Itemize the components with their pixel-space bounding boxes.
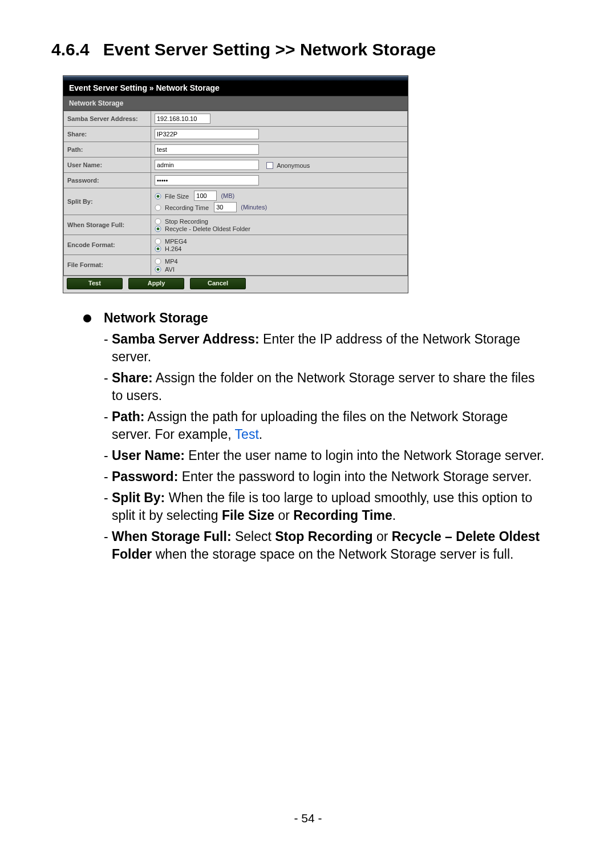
anonymous-label: Anonymous <box>277 162 310 169</box>
section-heading: 4.6.4Event Server Setting >> Network Sto… <box>51 40 565 59</box>
dash-icon: - <box>104 468 112 486</box>
doc-item-label: Samba Server Address: <box>112 332 260 346</box>
test-button[interactable]: Test <box>67 278 123 289</box>
label-storage-full: When Storage Full: <box>64 215 151 235</box>
svg-point-10 <box>155 259 161 264</box>
share-input[interactable] <box>155 129 259 139</box>
doc-item-label: Password: <box>112 469 178 484</box>
dash-icon: - <box>104 447 112 465</box>
button-bar: Test Apply Cancel <box>63 276 408 293</box>
doc-item-label: When Storage Full: <box>112 529 232 544</box>
label-samba: Samba Server Address: <box>64 111 151 127</box>
dash-icon: - <box>104 330 112 366</box>
apply-button[interactable]: Apply <box>128 278 184 289</box>
doc-item: -Password: Enter the password to login i… <box>104 468 549 486</box>
doc-bold: Stop Recording <box>275 529 372 544</box>
doc-item: -When Storage Full: Select Stop Recordin… <box>104 528 549 563</box>
settings-table: Samba Server Address: Share: Path: User … <box>63 111 408 276</box>
svg-point-12 <box>157 268 160 270</box>
label-path: Path: <box>64 142 151 158</box>
split-file-size-label: File Size <box>165 193 189 200</box>
doc-item-body: User Name: Enter the user name to login … <box>112 447 549 465</box>
svg-rect-0 <box>267 163 273 169</box>
doc-item: -Split By: When the file is too large to… <box>104 489 549 524</box>
doc-item-label: Share: <box>112 370 153 385</box>
doc-item-body: When Storage Full: Select Stop Recording… <box>112 528 549 563</box>
row-samba: Samba Server Address: <box>64 111 408 127</box>
encode-h264-label: H.264 <box>165 245 181 252</box>
doc-item-body: Path: Assign the path for uploading the … <box>112 408 549 443</box>
doc-item-body: Split By: When the file is too large to … <box>112 489 549 524</box>
split-recording-time-input[interactable] <box>214 202 237 212</box>
path-input[interactable] <box>155 144 259 155</box>
split-file-size-unit: (MB) <box>221 192 234 199</box>
encode-mpeg4-label: MPEG4 <box>165 238 187 245</box>
row-path: Path: <box>64 142 408 158</box>
encode-h264-radio[interactable] <box>155 245 161 252</box>
dash-icon: - <box>104 528 112 563</box>
row-share: Share: <box>64 127 408 142</box>
doc-bold: Recording Time <box>293 508 392 523</box>
label-share: Share: <box>64 127 151 142</box>
encode-mpeg4-radio[interactable] <box>155 238 161 245</box>
filefmt-mp4-radio[interactable] <box>155 258 161 265</box>
svg-point-9 <box>157 248 160 251</box>
svg-point-2 <box>157 195 160 198</box>
doc-bold: File Size <box>222 508 274 523</box>
split-file-size-input[interactable] <box>194 191 217 201</box>
cancel-button[interactable]: Cancel <box>190 278 246 289</box>
window-titlebar <box>63 76 408 80</box>
svg-point-3 <box>155 205 161 211</box>
section-number: 4.6.4 <box>51 40 90 59</box>
doc-item-body: Share: Assign the folder on the Network … <box>112 369 549 405</box>
row-split-by: Split By: File Size (MB) Re <box>64 188 408 215</box>
row-username: User Name: Anonymous <box>64 158 408 173</box>
samba-address-input[interactable] <box>155 114 210 124</box>
stop-recording-radio[interactable] <box>155 218 161 225</box>
doc-item-label: Split By: <box>112 490 165 505</box>
doc-link[interactable]: Test <box>235 427 259 442</box>
recycle-label: Recycle - Delete Oldest Folder <box>165 225 250 232</box>
bullet-icon <box>83 314 91 322</box>
label-file-format: File Format: <box>64 255 151 275</box>
doc-item: -User Name: Enter the user name to login… <box>104 447 549 465</box>
filefmt-avi-label: AVI <box>165 266 175 273</box>
split-recording-time-unit: (Minutes) <box>241 204 267 211</box>
recycle-radio[interactable] <box>155 225 161 232</box>
dash-icon: - <box>104 408 112 443</box>
label-encode: Encode Format: <box>64 235 151 255</box>
doc-list: Network Storage -Samba Server Address: E… <box>83 309 565 564</box>
doc-item: -Share: Assign the folder on the Network… <box>104 369 549 405</box>
svg-point-7 <box>155 239 161 244</box>
row-file-format: File Format: MP4 AVI <box>64 255 408 275</box>
section-header: Network Storage <box>63 96 408 111</box>
username-input[interactable] <box>155 160 259 170</box>
doc-item-label: Path: <box>112 409 145 424</box>
anonymous-checkbox[interactable] <box>266 162 273 169</box>
split-recording-time-label: Recording Time <box>165 204 209 211</box>
doc-item: -Samba Server Address: Enter the IP addr… <box>104 330 549 366</box>
stop-recording-label: Stop Recording <box>165 218 208 225</box>
window-title: Event Server Setting » Network Storage <box>63 80 408 96</box>
row-encode-format: Encode Format: MPEG4 H.264 <box>64 235 408 255</box>
dash-icon: - <box>104 369 112 405</box>
settings-window: Event Server Setting » Network Storage N… <box>63 75 408 293</box>
svg-point-4 <box>155 219 161 224</box>
section-title: Event Server Setting >> Network Storage <box>103 40 436 59</box>
doc-item-body: Samba Server Address: Enter the IP addre… <box>112 330 549 366</box>
bullet-network-storage: Network Storage <box>83 309 565 327</box>
doc-item-label: User Name: <box>112 448 185 463</box>
svg-point-6 <box>157 228 160 231</box>
split-recording-time-radio[interactable] <box>155 204 161 211</box>
doc-item: -Path: Assign the path for uploading the… <box>104 408 549 443</box>
row-password: Password: <box>64 173 408 188</box>
password-input[interactable] <box>155 175 259 185</box>
split-file-size-radio[interactable] <box>155 193 161 200</box>
filefmt-avi-radio[interactable] <box>155 266 161 273</box>
label-username: User Name: <box>64 158 151 173</box>
dash-icon: - <box>104 489 112 524</box>
page-number: - 54 - <box>0 811 616 825</box>
label-password: Password: <box>64 173 151 188</box>
row-storage-full: When Storage Full: Stop Recording Recycl… <box>64 215 408 235</box>
doc-item-body: Password: Enter the password to login in… <box>112 468 549 486</box>
